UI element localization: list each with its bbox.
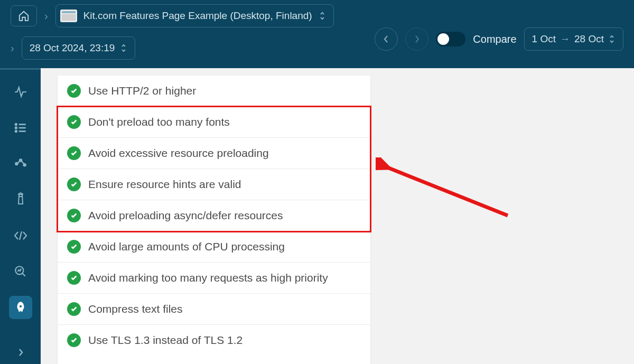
audit-panel: Use HTTP/2 or higherDon't preload too ma…: [58, 76, 370, 364]
check-pass-icon: [67, 333, 81, 347]
arrow-right-icon: →: [560, 33, 570, 45]
audit-label: Avoid excessive resource preloading: [88, 147, 269, 160]
date-range-selector[interactable]: 1 Oct → 28 Oct: [524, 27, 623, 51]
audit-row[interactable]: Avoid marking too many requests as high …: [58, 263, 370, 294]
check-pass-icon: [67, 146, 81, 160]
check-pass-icon: [67, 115, 81, 129]
sidebar: [0, 68, 41, 364]
svg-point-2: [15, 127, 17, 129]
audit-row[interactable]: Use TLS 1.3 instead of TLS 1.2: [58, 325, 370, 356]
rocket-icon: [14, 301, 27, 314]
datetime-selector[interactable]: 28 Oct 2024, 23:19: [22, 36, 136, 60]
network-icon: [14, 157, 27, 171]
header-right-controls: Compare 1 Oct → 28 Oct: [375, 27, 623, 51]
audit-label: Use HTTP/2 or higher: [88, 85, 196, 97]
audit-label: Avoid marking too many requests as high …: [88, 272, 328, 284]
chevron-right-icon: [18, 348, 23, 357]
audit-row[interactable]: Ensure resource hints are valid: [58, 169, 370, 200]
datetime-label: 28 Oct 2024, 23:19: [30, 42, 115, 54]
code-icon: [13, 230, 28, 241]
compare-label: Compare: [473, 33, 516, 45]
lighthouse-icon: [14, 192, 27, 207]
content-area: Use HTTP/2 or higherDon't preload too ma…: [41, 68, 634, 364]
audit-row[interactable]: Avoid large amounts of CPU processing: [58, 231, 370, 263]
audit-row[interactable]: Use HTTP/2 or higher: [58, 76, 370, 107]
check-pass-icon: [67, 178, 81, 191]
chevron-right-icon: [414, 35, 419, 43]
app-header: › Kit.com Features Page Example (Desktop…: [0, 0, 634, 68]
check-pass-icon: [67, 84, 81, 98]
sidebar-item-network[interactable]: [9, 152, 32, 175]
check-pass-icon: [67, 209, 81, 222]
updown-icon: [608, 34, 616, 44]
check-pass-icon: [67, 240, 81, 254]
check-pass-icon: [67, 271, 81, 285]
svg-point-4: [15, 130, 17, 132]
home-button[interactable]: [11, 5, 37, 26]
list-icon: [14, 121, 27, 135]
page-thumbnail: [60, 10, 77, 22]
pulse-icon: [14, 85, 27, 99]
sidebar-item-pulse[interactable]: [9, 80, 32, 104]
audit-row[interactable]: Don't preload too many fonts: [58, 107, 370, 138]
breadcrumb-separator-2: ›: [11, 42, 14, 54]
audit-row[interactable]: Compress text files: [58, 294, 370, 325]
sidebar-item-list[interactable]: [9, 116, 32, 139]
audit-row[interactable]: Avoid preloading async/defer resources: [58, 200, 370, 231]
sidebar-expand[interactable]: [18, 348, 23, 357]
home-icon: [18, 10, 30, 22]
audit-row[interactable]: Avoid excessive resource preloading: [58, 138, 370, 169]
compare-toggle[interactable]: [436, 32, 465, 46]
audit-label: Use TLS 1.3 instead of TLS 1.2: [88, 334, 243, 347]
range-from: 1 Oct: [532, 33, 556, 45]
search-chart-icon: [14, 265, 27, 278]
prev-button[interactable]: [375, 27, 398, 51]
breadcrumb-separator: ›: [44, 10, 48, 22]
audit-label: Don't preload too many fonts: [88, 116, 230, 128]
sidebar-item-rocket[interactable]: [9, 296, 32, 319]
updown-icon: [319, 11, 326, 21]
svg-point-0: [15, 124, 17, 125]
audit-label: Compress text files: [88, 303, 183, 315]
audit-label: Avoid preloading async/defer resources: [88, 209, 283, 222]
check-pass-icon: [67, 302, 81, 316]
body: Use HTTP/2 or higherDon't preload too ma…: [0, 68, 634, 364]
breadcrumb-page-selector[interactable]: Kit.com Features Page Example (Desktop, …: [55, 4, 334, 27]
audit-label: Ensure resource hints are valid: [88, 178, 241, 191]
sidebar-item-lighthouse[interactable]: [9, 188, 32, 211]
audit-label: Avoid large amounts of CPU processing: [88, 240, 285, 253]
breadcrumb-title: Kit.com Features Page Example (Desktop, …: [83, 10, 312, 22]
sidebar-item-code[interactable]: [9, 224, 32, 247]
breadcrumb-row: › Kit.com Features Page Example (Desktop…: [0, 0, 634, 32]
updown-icon: [120, 43, 127, 53]
chevron-left-icon: [384, 35, 389, 43]
range-to: 28 Oct: [574, 33, 604, 45]
sidebar-item-search-chart[interactable]: [9, 260, 32, 283]
next-button[interactable]: [405, 27, 428, 51]
